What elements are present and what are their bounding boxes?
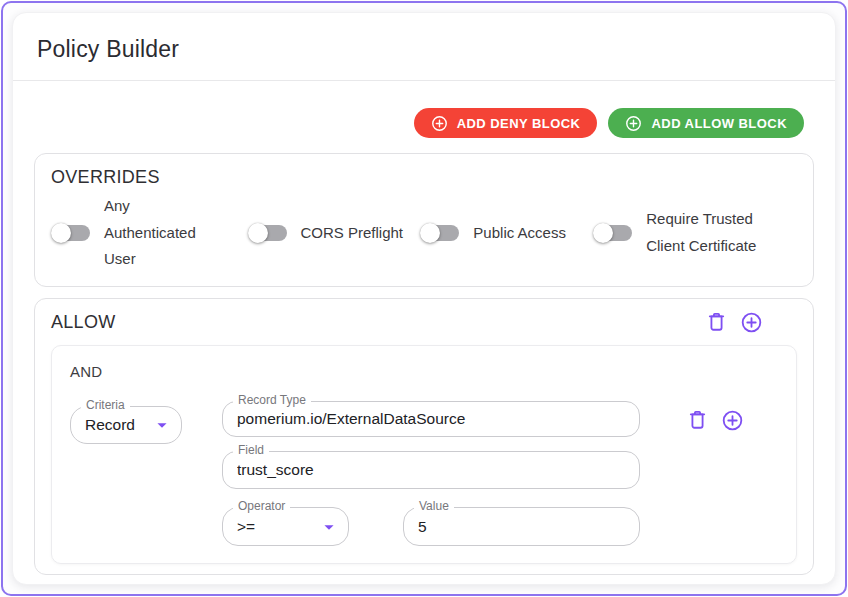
criteria-row-actions (684, 401, 746, 434)
page-title: Policy Builder (37, 36, 811, 63)
field-field: Field (222, 451, 640, 489)
trash-icon (705, 311, 728, 334)
criteria-fields-column: Record Type Field Operator (222, 401, 640, 546)
field-label: Field (233, 443, 269, 458)
toggle-label: Public Access (473, 220, 566, 247)
allow-section-header: ALLOW (51, 309, 797, 336)
criteria-select-label: Criteria (81, 398, 130, 413)
overrides-title: OVERRIDES (51, 167, 797, 188)
criteria-row: Criteria Record Record Type (70, 401, 778, 546)
toggle-switch[interactable] (420, 222, 460, 244)
value-label: Value (414, 499, 454, 514)
add-allow-block-label: ADD ALLOW BLOCK (651, 116, 787, 131)
add-circle-icon (625, 115, 642, 132)
record-type-field: Record Type (222, 401, 640, 437)
add-criteria-button[interactable] (719, 407, 746, 434)
chevron-down-icon (318, 516, 340, 538)
group-operator-label: AND (70, 363, 778, 380)
add-allow-block-button[interactable]: ADD ALLOW BLOCK (608, 108, 804, 138)
add-deny-block-button[interactable]: ADD DENY BLOCK (414, 108, 598, 138)
add-circle-icon (431, 115, 448, 132)
toggle-label: CORS Preflight (301, 220, 404, 247)
criteria-column: Criteria Record (70, 401, 182, 444)
add-circle-icon (740, 311, 763, 334)
delete-criteria-button[interactable] (684, 407, 711, 434)
card-header: Policy Builder (13, 13, 835, 80)
toggle-require-trusted-client-certificate: Require Trusted Client Certificate (593, 206, 797, 259)
overrides-toggle-row: Any Authenticated User CORS Preflight (51, 190, 797, 276)
toggle-switch[interactable] (593, 222, 633, 244)
toggle-switch[interactable] (248, 222, 288, 244)
overrides-section: OVERRIDES Any Authenticated User (34, 153, 814, 287)
and-group: AND Criteria Record (51, 345, 797, 564)
operator-select-value: >= (237, 518, 255, 536)
toggle-switch[interactable] (51, 222, 91, 244)
switch-thumb (51, 223, 71, 243)
switch-thumb (248, 223, 268, 243)
card-content: ADD DENY BLOCK ADD ALLOW BLOCK (13, 81, 835, 584)
delete-allow-block-button[interactable] (703, 309, 730, 336)
toggle-public-access: Public Access (420, 220, 593, 247)
chevron-down-icon (151, 414, 173, 436)
toggle-cors-preflight: CORS Preflight (248, 220, 421, 247)
record-type-label: Record Type (233, 393, 311, 408)
allow-section: ALLOW (34, 298, 814, 575)
criteria-select-value: Record (85, 416, 135, 434)
value-field: Value (403, 507, 640, 546)
toggle-label: Any Authenticated User (104, 193, 212, 273)
operator-select[interactable]: Operator >= (222, 507, 349, 546)
add-deny-block-label: ADD DENY BLOCK (457, 116, 581, 131)
add-circle-icon (721, 409, 744, 432)
criteria-select[interactable]: Criteria Record (70, 406, 182, 444)
policy-builder-screen: Policy Builder ADD DENY BLOCK (0, 0, 848, 597)
toggle-label: Require Trusted Client Certificate (646, 206, 778, 259)
policy-builder-card: Policy Builder ADD DENY BLOCK (12, 12, 836, 585)
policy-builder-frame: Policy Builder ADD DENY BLOCK (1, 1, 847, 596)
allow-title: ALLOW (51, 312, 116, 333)
toggle-any-authenticated-user: Any Authenticated User (51, 193, 248, 273)
allow-header-actions (703, 309, 765, 336)
field-input[interactable] (223, 452, 639, 488)
trash-icon (686, 409, 709, 432)
block-toolbar: ADD DENY BLOCK ADD ALLOW BLOCK (34, 108, 804, 138)
operator-value-row: Operator >= Value (222, 507, 640, 546)
operator-select-label: Operator (233, 499, 290, 514)
add-allow-criteria-button[interactable] (738, 309, 765, 336)
